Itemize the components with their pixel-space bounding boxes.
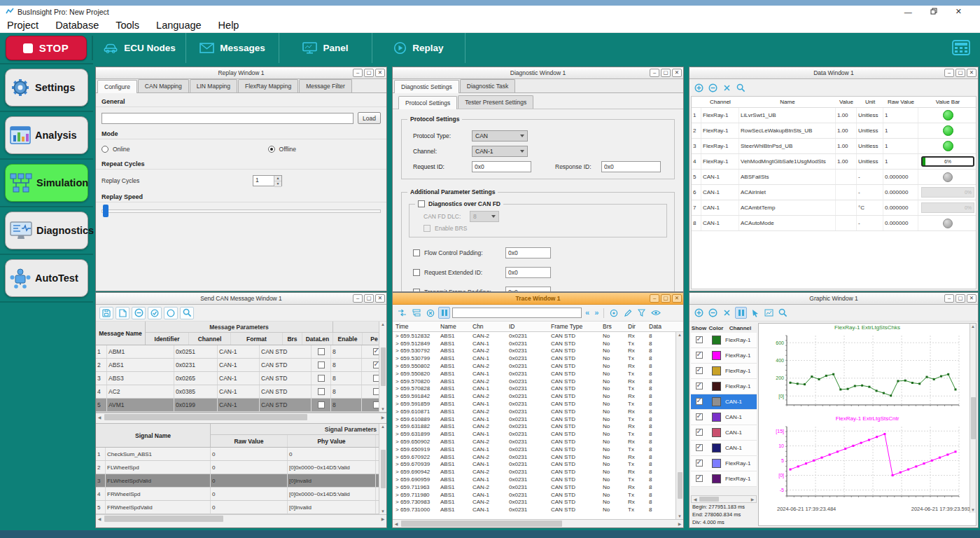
show-checkbox[interactable]	[696, 398, 703, 405]
save-icon[interactable]	[99, 307, 113, 319]
app-close-button[interactable]: ✕	[955, 7, 962, 16]
data-row[interactable]: 5CAN-1ABSFailSts-0.000000	[692, 170, 976, 185]
signal-table-hscrollbar[interactable]: ◀▶	[96, 514, 386, 523]
trace-row[interactable]: > 659.711963ABS1CAN-20x0231CAN STDNoRx8	[393, 483, 683, 491]
param-field[interactable]	[505, 247, 551, 258]
toolbar-ecu-nodes-button[interactable]: ECU Nodes	[93, 33, 186, 63]
color-swatch[interactable]	[712, 351, 721, 360]
legend-row[interactable]: FlexRay-1	[691, 333, 757, 348]
send-window-titlebar[interactable]: Send CAN Message Window 1 –▢✕	[96, 293, 386, 305]
maximize-button[interactable]: ▢	[364, 69, 374, 77]
record-stop-icon[interactable]	[424, 307, 436, 319]
show-checkbox[interactable]	[696, 429, 703, 436]
diagnostic-sub-tab-protocol-settings[interactable]: Protocol Settings	[398, 96, 457, 109]
message-row[interactable]: 4AC20x0385CAN-1CAN STD8100	[96, 385, 386, 399]
trace-row[interactable]: > 659.591842ABS1CAN-20x0231CAN STDNoRx8	[393, 392, 683, 400]
new-message-icon[interactable]	[115, 307, 130, 319]
row-checkbox[interactable]	[318, 375, 325, 382]
edit-icon[interactable]	[622, 307, 634, 319]
diagnostic-tab-diagnostic-settings[interactable]: Diagnostic Settings	[394, 80, 459, 93]
minimize-button[interactable]: –	[944, 294, 954, 303]
grid-panel-icon[interactable]	[952, 40, 980, 57]
trace-row[interactable]: > 659.690959ABS1CAN-10x0231CAN STDNoTx8	[393, 476, 683, 483]
show-checkbox[interactable]	[696, 336, 703, 343]
trace-row[interactable]: > 659.631899ABS1CAN-10x0231CAN STDNoTx8	[393, 430, 683, 438]
param-checkbox[interactable]	[413, 269, 420, 276]
data-row[interactable]: 6CAN-1ACAirInlet-0.0000000%	[692, 185, 976, 200]
close-button[interactable]: ✕	[375, 294, 385, 303]
color-swatch[interactable]	[712, 336, 721, 345]
diagnostic-sub-tab-tester-present-settings[interactable]: Tester Present Settings	[458, 95, 533, 109]
trace-row[interactable]: > 659.550802ABS1CAN-20x0231CAN STDNoRx8	[393, 362, 683, 370]
signal-table-vscrollbar[interactable]: ▲▼	[379, 424, 386, 514]
legend-row[interactable]: CAN-1	[691, 394, 757, 410]
trace-row[interactable]: > 659.670939ABS1CAN-10x0231CAN STDNoTx8	[393, 461, 683, 469]
trace-row[interactable]: > 659.550820ABS1CAN-10x0231CAN STDNoTx8	[393, 370, 683, 378]
trace-row[interactable]: > 659.610871ABS1CAN-20x0231CAN STDNoRx8	[393, 408, 683, 415]
param-field[interactable]	[505, 287, 551, 292]
search-icon[interactable]	[735, 82, 747, 94]
trace-window-titlebar[interactable]: Trace Window 1 –▢✕	[393, 293, 683, 305]
signal-row[interactable]: 2FLWheelSpd0[0]0x0000~0x14D5:Valid	[96, 461, 386, 474]
param-checkbox[interactable]	[413, 249, 420, 256]
trace-search-input[interactable]	[452, 308, 582, 318]
replay-speed-slider[interactable]	[102, 205, 381, 217]
param-field[interactable]	[505, 267, 551, 278]
show-checkbox[interactable]	[696, 367, 703, 374]
channel-select[interactable]: CAN-1	[472, 146, 528, 157]
graphic-window-titlebar[interactable]: Graphic Window 1 –▢✕	[690, 293, 978, 305]
app-restore-button[interactable]	[930, 8, 937, 16]
color-swatch[interactable]	[712, 459, 721, 468]
data-row[interactable]: 8CAN-1ACAutoMode-0.000000	[692, 216, 976, 231]
trace-row[interactable]: > 659.711980ABS1CAN-10x0231CAN STDNoTx8	[393, 491, 683, 499]
filter-icon[interactable]	[636, 307, 648, 319]
minimize-button[interactable]: –	[353, 294, 363, 303]
slider-handle[interactable]	[103, 205, 108, 217]
replay-tab-can-mapping[interactable]: CAN Mapping	[138, 79, 189, 92]
cycles-stepper[interactable]: 1 ▲▼	[253, 175, 282, 186]
row-checkbox[interactable]	[318, 388, 325, 395]
trace-row[interactable]: > 659.530792ABS1CAN-20x0231CAN STDNoRx8	[393, 347, 683, 355]
response-id-field[interactable]	[601, 161, 661, 172]
close-button[interactable]: ✕	[967, 294, 976, 303]
message-row[interactable]: 2ABS10x0231CAN-1CAN STD820	[96, 359, 386, 372]
maximize-button[interactable]: ▢	[364, 294, 374, 303]
trace-hscrollbar[interactable]: ◀▶	[393, 519, 683, 527]
next-icon[interactable]: »	[594, 309, 598, 317]
replay-file-input[interactable]	[102, 113, 354, 124]
trace-row[interactable]: > 659.731000ABS1CAN-10x0231CAN STDNoTx8	[393, 506, 683, 513]
data-row[interactable]: 4FlexRay-1VehModMngtGlbSafe1UsgModSts1.0…	[692, 154, 976, 170]
close-button[interactable]: ✕	[672, 294, 682, 303]
trace-row[interactable]: > 659.610889ABS1CAN-10x0231CAN STDNoTx8	[393, 415, 683, 423]
legend-row[interactable]: FlexRay-1	[691, 348, 757, 364]
signal-row[interactable]: 3FLWheelSpdValid0[0]Invalid	[96, 474, 386, 488]
sidebar-item-analysis[interactable]: Analysis	[5, 116, 88, 154]
close-button[interactable]: ✕	[967, 69, 976, 77]
close-button[interactable]: ✕	[375, 69, 385, 77]
app-minimize-button[interactable]: —	[904, 8, 912, 16]
charts-vscrollbar[interactable]: ▲▼	[969, 324, 976, 513]
minimize-button[interactable]: –	[353, 69, 363, 77]
row-checkbox[interactable]	[318, 401, 325, 408]
color-swatch[interactable]	[712, 366, 721, 375]
replay-tab-flexray-mapping[interactable]: FlexRay Mapping	[238, 79, 298, 92]
add-signal-icon[interactable]	[693, 82, 705, 94]
trace-vscrollbar[interactable]: ▲▼	[676, 332, 683, 519]
trace-row[interactable]: > 659.530799ABS1CAN-10x0231CAN STDNoTx8	[393, 354, 683, 362]
menu-database[interactable]: Database	[55, 20, 99, 31]
legend-row[interactable]: FlexRay-1	[691, 364, 757, 379]
signal-row[interactable]: 5FRWheelSpdValid0[0]Invalid	[96, 501, 386, 514]
menu-tools[interactable]: Tools	[115, 20, 139, 31]
mark-icon[interactable]	[608, 307, 620, 319]
data-window-titlebar[interactable]: Data Window 1 –▢✕	[690, 67, 978, 79]
show-checkbox[interactable]	[696, 352, 703, 359]
spin-up-icon[interactable]: ▲	[274, 176, 281, 181]
maximize-button[interactable]: ▢	[955, 69, 965, 77]
sidebar-item-diagnostics[interactable]: Diagnostics	[5, 212, 88, 249]
row-checkbox[interactable]	[318, 361, 325, 368]
sidebar-item-autotest[interactable]: AutoTest	[5, 259, 88, 297]
minimize-button[interactable]: –	[944, 69, 954, 77]
pause-icon[interactable]	[438, 307, 450, 319]
minimize-button[interactable]: –	[650, 69, 659, 77]
show-checkbox[interactable]	[696, 413, 703, 420]
